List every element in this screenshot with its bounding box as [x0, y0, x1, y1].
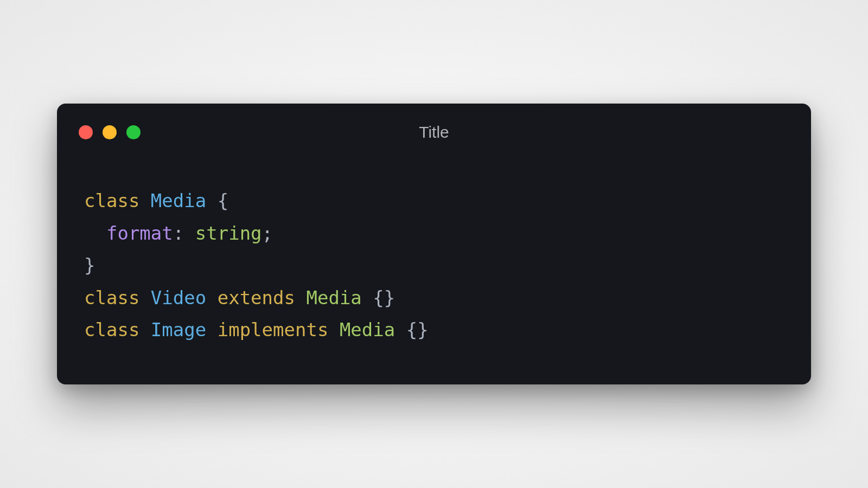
keyword-extends: extends	[218, 287, 295, 309]
colon: :	[173, 222, 184, 244]
class-name-image: Image	[151, 319, 206, 341]
property-format: format	[106, 222, 173, 244]
keyword-implements: implements	[218, 319, 329, 341]
code-editor[interactable]: class Media { format: string; } class Vi…	[57, 152, 811, 384]
class-name-video: Video	[151, 287, 206, 309]
keyword-class: class	[84, 319, 139, 341]
ident-media: Media	[340, 319, 395, 341]
indent	[84, 222, 106, 244]
brace-close: }	[84, 254, 95, 276]
class-name-media: Media	[151, 190, 206, 211]
close-icon[interactable]	[79, 125, 93, 139]
brace-open: {	[218, 190, 228, 211]
code-window: Title class Media { format: string; } cl…	[57, 104, 811, 384]
type-string: string	[195, 222, 262, 244]
window-title: Title	[419, 123, 449, 142]
keyword-class: class	[84, 190, 139, 211]
semicolon: ;	[262, 222, 273, 244]
traffic-lights	[79, 125, 141, 139]
maximize-icon[interactable]	[126, 125, 141, 139]
keyword-class: class	[84, 287, 139, 309]
ident-media: Media	[306, 287, 361, 309]
titlebar: Title	[57, 104, 811, 152]
braces-empty: {}	[373, 287, 395, 309]
braces-empty: {}	[406, 319, 429, 341]
minimize-icon[interactable]	[103, 125, 117, 139]
